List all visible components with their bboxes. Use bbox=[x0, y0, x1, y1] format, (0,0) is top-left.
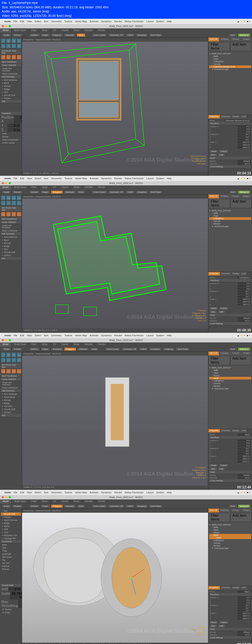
channels-tab[interactable]: Channels bbox=[220, 115, 231, 118]
center-selected[interactable]: Center Selected bbox=[1, 64, 21, 67]
workplane-btn[interactable]: Work Plane bbox=[149, 33, 163, 37]
slice-tool[interactable]: Slice bbox=[1, 91, 21, 94]
add-geometry[interactable]: Add Geometry bbox=[1, 75, 21, 78]
tab-render[interactable]: Render bbox=[95, 28, 108, 33]
dissolve-val[interactable]: 0.0 % bbox=[237, 163, 251, 165]
menu-item[interactable]: Item bbox=[44, 20, 49, 23]
tool-icon[interactable]: ◑ bbox=[11, 38, 16, 43]
bridge-tool[interactable]: Bridge bbox=[1, 88, 21, 91]
tool-icon[interactable]: ◐ bbox=[6, 38, 11, 43]
reset-btn[interactable]: Reset bbox=[209, 150, 218, 153]
menu-geometry[interactable]: Geometry bbox=[51, 20, 62, 23]
item-name[interactable]: Casement Window 01.lxi (2) bbox=[224, 120, 251, 122]
viewport[interactable]: Perspective Advanced (wireif) Wls 0f 16 bbox=[22, 38, 208, 176]
tool-icon[interactable]: ▦ bbox=[1, 55, 6, 60]
materials-btn[interactable]: Materials bbox=[64, 33, 76, 37]
menu-texture[interactable]: Texture bbox=[64, 20, 72, 23]
action-center-btn[interactable]: Action Center bbox=[92, 33, 107, 37]
tool-icon[interactable]: ◉ bbox=[11, 55, 16, 60]
maximize-button[interactable] bbox=[9, 182, 11, 184]
tool-icon[interactable]: ● bbox=[17, 38, 22, 43]
viewport-3d-scene[interactable] bbox=[22, 42, 208, 172]
snapping-btn[interactable]: Snapping bbox=[136, 33, 148, 37]
properties-tab[interactable]: Properties bbox=[208, 115, 220, 118]
prop-sclz[interactable]: 100.0 % bbox=[237, 146, 251, 148]
smooth-shift-tool[interactable]: Smooth Shift bbox=[1, 94, 21, 97]
menu-system[interactable]: System bbox=[156, 20, 164, 23]
tab-model[interactable]: Model bbox=[0, 28, 11, 33]
vertices-btn[interactable]: Vertices bbox=[29, 33, 40, 37]
tree-root[interactable]: ▸ Walls_Floor_0001.lxo* bbox=[209, 52, 251, 55]
tree-walls[interactable]: ◦ Walls bbox=[209, 55, 251, 58]
mesh-constraints[interactable]: Mesh Constraints bbox=[1, 72, 21, 75]
sculpt-btn[interactable]: Sculpt bbox=[2, 33, 11, 37]
filter-items[interactable]: Filter Items bbox=[209, 42, 230, 51]
display-tab[interactable]: Display bbox=[231, 115, 241, 118]
viewport-3d-scene[interactable] bbox=[22, 199, 208, 329]
tool-icon[interactable]: ⤢ bbox=[11, 44, 16, 48]
menu-edit[interactable]: Edit bbox=[20, 20, 24, 23]
tool-icon[interactable]: ↕ bbox=[1, 44, 6, 48]
tool-icon[interactable]: ⟲ bbox=[6, 44, 11, 48]
symmetry-btn[interactable]: Symmetry: Off bbox=[108, 33, 124, 37]
item-mode-header[interactable]: Item Mode: New Item bbox=[1, 49, 21, 55]
snaps-precision[interactable]: Snaps and Precision bbox=[1, 67, 21, 72]
prop-posy[interactable]: 0 m bbox=[237, 128, 251, 130]
edges-btn[interactable]: Edges bbox=[41, 33, 50, 37]
prop-rotx[interactable]: 0.0 ° bbox=[237, 133, 251, 136]
menu-view[interactable]: View bbox=[27, 20, 32, 23]
extrude-tool[interactable]: Extrude bbox=[1, 84, 21, 88]
prop-scly[interactable]: 100.0 % bbox=[237, 144, 251, 146]
shading-tab[interactable]: Shading bbox=[219, 38, 230, 42]
center-handle[interactable]: Center Handle bbox=[1, 141, 21, 144]
prop-posx[interactable]: 0 m bbox=[237, 126, 251, 128]
menu-rebus[interactable]: Rebus Farminizer bbox=[125, 20, 144, 23]
render-dropdown[interactable]: Default bbox=[237, 160, 251, 162]
menu-vertexmap[interactable]: Vertex Map bbox=[75, 20, 87, 23]
viewport-3d-scene[interactable] bbox=[22, 356, 208, 486]
tree-window[interactable]: ◦ Casement Window 01.lxi bbox=[209, 66, 251, 68]
tree-camera[interactable]: ◦ Camera bbox=[209, 63, 251, 66]
menu-select[interactable]: Select bbox=[35, 20, 41, 23]
tool-icon[interactable]: ◎ bbox=[17, 55, 22, 60]
viewport-3d-scene[interactable] bbox=[22, 513, 208, 643]
images-tab[interactable]: Images bbox=[241, 38, 252, 42]
freeze-btn[interactable]: Freeze bbox=[219, 150, 229, 153]
pos-z[interactable]: 0 m bbox=[8, 128, 21, 132]
menu-help[interactable]: Help bbox=[167, 20, 172, 23]
child-comp[interactable]: Child Compensate bbox=[1, 138, 21, 141]
menu-animate[interactable]: Animate bbox=[90, 20, 98, 23]
tree-ceiling[interactable]: ◦ CeilingFloor bbox=[209, 60, 251, 63]
slik-btn[interactable]: SLIK bbox=[229, 33, 237, 37]
bevel-tool[interactable]: Bevel bbox=[1, 82, 21, 84]
tree-light[interactable]: ☀ Directional Light bbox=[209, 68, 251, 71]
edit-header[interactable]: Edit bbox=[1, 100, 21, 103]
sds-subdivide[interactable]: SDS Subdivide bbox=[1, 78, 21, 82]
polygons-btn[interactable]: Polygons bbox=[51, 33, 63, 37]
item-list-tab[interactable]: Item List bbox=[208, 38, 219, 42]
prop-sclx[interactable]: 100.0 % bbox=[237, 141, 251, 143]
minimize-button[interactable] bbox=[5, 25, 8, 27]
tab-model-quad[interactable]: Model Quad bbox=[11, 28, 29, 33]
maximize-button[interactable] bbox=[9, 25, 11, 27]
gimbal-check[interactable]: Gimbal bbox=[1, 135, 21, 138]
menu-layout[interactable]: Layout bbox=[146, 20, 153, 23]
vp-perspective[interactable]: Perspective bbox=[23, 38, 34, 41]
tab-setup2[interactable]: Setup bbox=[71, 28, 82, 33]
smooth-shift-active[interactable]: Smooth Shift bbox=[1, 512, 21, 516]
presets-btn[interactable]: Presets bbox=[12, 33, 23, 37]
menu-dynamics[interactable]: Dynamics bbox=[101, 20, 112, 23]
app-name[interactable]: modo bbox=[4, 20, 11, 23]
zero-btn[interactable]: Zero bbox=[209, 153, 217, 156]
groups-tab[interactable]: Groups bbox=[230, 38, 241, 42]
menu-file[interactable]: File bbox=[14, 20, 18, 23]
pen-tool[interactable]: Pen bbox=[1, 510, 21, 512]
prop-rotz[interactable]: 0.0 ° bbox=[237, 138, 251, 141]
tab-setup[interactable]: Setup bbox=[39, 28, 51, 33]
close-button[interactable] bbox=[2, 25, 4, 27]
baking-btn[interactable]: Baking UI bbox=[238, 33, 250, 37]
falloff-btn[interactable]: Falloff bbox=[126, 33, 135, 37]
tool-icon[interactable]: A bbox=[17, 44, 22, 48]
close-button[interactable] bbox=[2, 182, 4, 184]
lists-tab[interactable]: Lists bbox=[241, 115, 248, 118]
